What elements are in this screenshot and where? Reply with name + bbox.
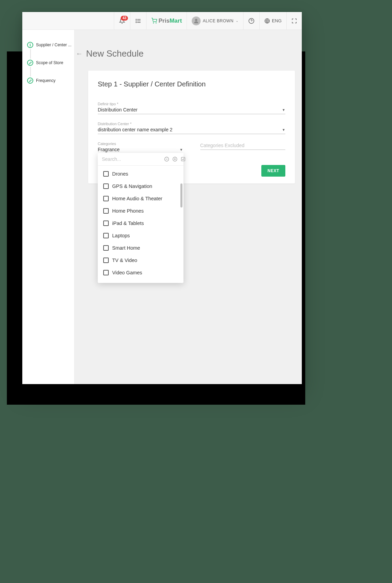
category-option[interactable]: Video Games [98,266,183,279]
checkbox-icon[interactable] [103,245,109,251]
chevron-down-icon: ⌄ [236,19,238,23]
back-arrow-icon[interactable]: ← [76,50,83,58]
language-button[interactable]: ENG [259,12,286,29]
distribution-center-select[interactable]: distribution center name example 2 ▼ [98,127,285,134]
notifications-button[interactable]: 43 [114,12,130,29]
svg-rect-18 [181,157,185,161]
app-frame: 43 PrisMart ALICE BROWN ⌄ [22,12,302,384]
category-option[interactable]: TV & Video [98,254,183,266]
topbar: 43 PrisMart ALICE BROWN ⌄ [22,12,302,30]
category-option[interactable]: Drones [98,168,183,180]
dropdown-search-input[interactable] [102,156,162,162]
scrollbar-thumb[interactable] [180,183,182,207]
categories-dropdown: Drones GPS & Navigation Home Audio & The… [98,153,183,283]
field-categories-label: Categories [98,142,183,146]
step-card: Step 1 - Supplier / Center Definition De… [88,71,295,183]
menu-list-button[interactable] [130,12,146,29]
category-option[interactable]: iPad & Tablets [98,217,183,229]
svg-point-5 [136,22,137,23]
plus-circle-icon[interactable] [172,156,178,162]
card-title: Step 1 - Supplier / Center Definition [98,80,285,88]
category-option[interactable]: Smart Home [98,242,183,254]
checkbox-icon[interactable] [103,208,109,214]
dropdown-arrow-icon: ▼ [180,148,183,152]
category-option[interactable]: Laptops [98,229,183,242]
notification-badge: 43 [121,16,128,21]
help-icon [248,18,254,24]
pencil-icon [27,78,33,84]
checkbox-icon[interactable] [103,221,109,226]
user-menu[interactable]: ALICE BROWN ⌄ [187,12,243,29]
fullscreen-button[interactable] [286,12,302,29]
globe-icon [264,18,270,24]
cart-icon [151,18,157,24]
category-option[interactable]: Home Phones [98,205,183,217]
sidebar-step-label: Frequency [36,78,56,83]
check-square-icon[interactable] [180,156,186,162]
category-option[interactable]: Home Audio & Theater [98,192,183,205]
categories-excluded-select[interactable]: Categories Excluded [200,143,286,150]
sidebar-step-3[interactable]: Frequency [27,78,72,84]
page-title: New Schedule [86,48,144,59]
dropdown-arrow-icon: ▼ [282,108,285,112]
minus-circle-icon[interactable] [164,156,169,162]
next-button[interactable]: NEXT [261,165,285,177]
sidebar-step-1[interactable]: 1 Supplier / Center ... [27,42,72,48]
checkbox-icon[interactable] [103,171,109,177]
brand-logo[interactable]: PrisMart [146,12,187,29]
svg-point-4 [136,21,137,21]
checkbox-icon[interactable] [103,258,109,263]
sidebar-step-label: Supplier / Center ... [36,43,71,47]
field-dc-label: Distribution Center * [98,122,285,126]
fullscreen-icon [292,18,297,24]
list-icon [135,18,141,24]
step-number-icon: 1 [27,42,33,48]
step-sidebar: 1 Supplier / Center ... Scope of Store F… [22,30,74,384]
pencil-icon [27,60,33,66]
dropdown-arrow-icon: ▼ [282,128,285,132]
dropdown-list[interactable]: Drones GPS & Navigation Home Audio & The… [98,166,183,283]
svg-point-8 [195,19,198,21]
field-type-label: Definir tipo * [98,102,285,106]
sidebar-step-label: Scope of Store [36,60,63,65]
checkbox-icon[interactable] [103,233,109,238]
sidebar-step-2[interactable]: Scope of Store [27,60,72,66]
svg-point-7 [156,23,156,23]
svg-point-3 [136,19,137,20]
svg-point-6 [153,23,154,23]
type-select[interactable]: Distribution Center ▼ [98,107,285,114]
checkbox-icon[interactable] [103,270,109,275]
category-option[interactable]: GPS & Navigation [98,180,183,192]
checkbox-icon[interactable] [103,196,109,201]
help-button[interactable] [243,12,259,29]
avatar [192,16,201,25]
checkbox-icon[interactable] [103,183,109,189]
